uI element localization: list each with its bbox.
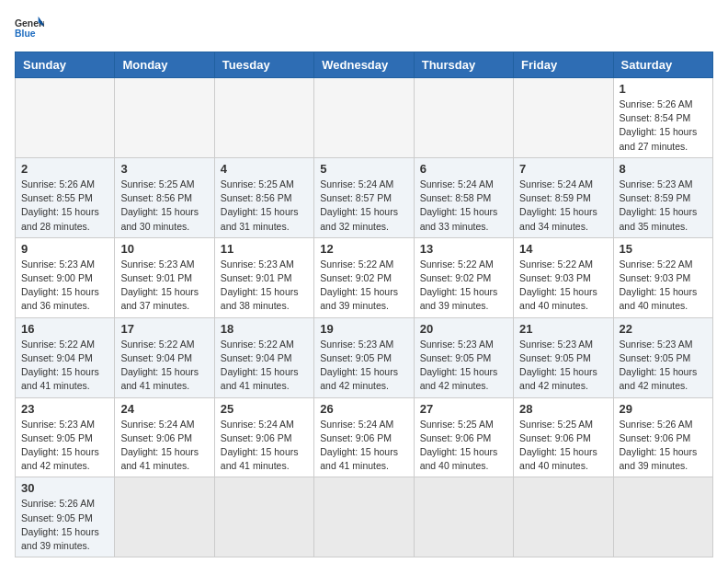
calendar-day-cell xyxy=(314,477,414,557)
day-info: Sunrise: 5:25 AM Sunset: 9:06 PM Dayligh… xyxy=(519,418,607,474)
calendar-day-cell: 19Sunrise: 5:23 AM Sunset: 9:05 PM Dayli… xyxy=(314,317,414,397)
weekday-header-thursday: Thursday xyxy=(414,52,513,78)
calendar-day-cell xyxy=(613,477,712,557)
calendar-day-cell xyxy=(414,477,513,557)
calendar-day-cell: 10Sunrise: 5:23 AM Sunset: 9:01 PM Dayli… xyxy=(115,237,214,317)
day-info: Sunrise: 5:22 AM Sunset: 9:04 PM Dayligh… xyxy=(120,338,208,394)
day-info: Sunrise: 5:25 AM Sunset: 8:56 PM Dayligh… xyxy=(120,178,208,234)
day-info: Sunrise: 5:22 AM Sunset: 9:02 PM Dayligh… xyxy=(320,258,407,314)
day-number: 29 xyxy=(620,402,707,416)
day-info: Sunrise: 5:23 AM Sunset: 9:01 PM Dayligh… xyxy=(221,258,308,314)
day-info: Sunrise: 5:22 AM Sunset: 9:04 PM Dayligh… xyxy=(221,338,308,394)
calendar-day-cell: 16Sunrise: 5:22 AM Sunset: 9:04 PM Dayli… xyxy=(16,317,115,397)
day-info: Sunrise: 5:23 AM Sunset: 8:59 PM Dayligh… xyxy=(620,178,707,234)
day-number: 13 xyxy=(420,242,507,256)
calendar-day-cell: 14Sunrise: 5:22 AM Sunset: 9:03 PM Dayli… xyxy=(514,237,613,317)
calendar-week-row: 23Sunrise: 5:23 AM Sunset: 9:05 PM Dayli… xyxy=(16,397,713,477)
day-number: 28 xyxy=(519,402,607,416)
general-blue-logo-icon: General Blue xyxy=(15,15,44,40)
day-number: 3 xyxy=(120,162,208,176)
day-info: Sunrise: 5:25 AM Sunset: 8:56 PM Dayligh… xyxy=(221,178,308,234)
day-info: Sunrise: 5:26 AM Sunset: 8:55 PM Dayligh… xyxy=(21,178,108,234)
calendar-day-cell xyxy=(314,78,414,158)
calendar-day-cell xyxy=(115,477,214,557)
weekday-header-monday: Monday xyxy=(115,52,214,78)
day-info: Sunrise: 5:23 AM Sunset: 9:01 PM Dayligh… xyxy=(120,258,208,314)
day-info: Sunrise: 5:23 AM Sunset: 9:05 PM Dayligh… xyxy=(21,418,108,474)
calendar-day-cell: 20Sunrise: 5:23 AM Sunset: 9:05 PM Dayli… xyxy=(414,317,513,397)
weekday-header-sunday: Sunday xyxy=(16,52,115,78)
calendar-day-cell: 18Sunrise: 5:22 AM Sunset: 9:04 PM Dayli… xyxy=(214,317,313,397)
calendar-day-cell: 5Sunrise: 5:24 AM Sunset: 8:57 PM Daylig… xyxy=(314,157,414,237)
day-info: Sunrise: 5:24 AM Sunset: 9:06 PM Dayligh… xyxy=(320,418,407,474)
calendar-day-cell: 15Sunrise: 5:22 AM Sunset: 9:03 PM Dayli… xyxy=(613,237,712,317)
calendar-day-cell: 4Sunrise: 5:25 AM Sunset: 8:56 PM Daylig… xyxy=(214,157,313,237)
day-info: Sunrise: 5:24 AM Sunset: 8:59 PM Dayligh… xyxy=(519,178,607,234)
day-info: Sunrise: 5:22 AM Sunset: 9:02 PM Dayligh… xyxy=(420,258,507,314)
day-info: Sunrise: 5:23 AM Sunset: 9:00 PM Dayligh… xyxy=(21,258,108,314)
day-info: Sunrise: 5:23 AM Sunset: 9:05 PM Dayligh… xyxy=(519,338,607,394)
day-info: Sunrise: 5:23 AM Sunset: 9:05 PM Dayligh… xyxy=(620,338,707,394)
calendar-day-cell: 28Sunrise: 5:25 AM Sunset: 9:06 PM Dayli… xyxy=(514,397,613,477)
day-number: 18 xyxy=(221,322,308,336)
calendar-day-cell: 1Sunrise: 5:26 AM Sunset: 8:54 PM Daylig… xyxy=(613,78,712,158)
day-number: 30 xyxy=(21,481,108,495)
day-info: Sunrise: 5:24 AM Sunset: 8:57 PM Dayligh… xyxy=(320,178,407,234)
day-number: 14 xyxy=(519,242,607,256)
day-number: 6 xyxy=(420,162,507,176)
calendar-day-cell: 17Sunrise: 5:22 AM Sunset: 9:04 PM Dayli… xyxy=(115,317,214,397)
day-number: 17 xyxy=(120,322,208,336)
day-number: 23 xyxy=(21,402,108,416)
day-info: Sunrise: 5:22 AM Sunset: 9:03 PM Dayligh… xyxy=(519,258,607,314)
calendar-day-cell: 7Sunrise: 5:24 AM Sunset: 8:59 PM Daylig… xyxy=(514,157,613,237)
day-number: 2 xyxy=(21,162,108,176)
calendar-day-cell: 2Sunrise: 5:26 AM Sunset: 8:55 PM Daylig… xyxy=(16,157,115,237)
day-info: Sunrise: 5:24 AM Sunset: 9:06 PM Dayligh… xyxy=(120,418,208,474)
calendar-week-row: 2Sunrise: 5:26 AM Sunset: 8:55 PM Daylig… xyxy=(16,157,713,237)
weekday-header-friday: Friday xyxy=(514,52,613,78)
header: General Blue xyxy=(15,15,713,40)
day-number: 27 xyxy=(420,402,507,416)
calendar-day-cell xyxy=(414,78,513,158)
calendar-day-cell: 25Sunrise: 5:24 AM Sunset: 9:06 PM Dayli… xyxy=(214,397,313,477)
day-info: Sunrise: 5:25 AM Sunset: 9:06 PM Dayligh… xyxy=(420,418,507,474)
calendar-week-row: 30Sunrise: 5:26 AM Sunset: 9:05 PM Dayli… xyxy=(16,477,713,557)
day-number: 26 xyxy=(320,402,407,416)
calendar-day-cell: 8Sunrise: 5:23 AM Sunset: 8:59 PM Daylig… xyxy=(613,157,712,237)
weekday-header-tuesday: Tuesday xyxy=(214,52,313,78)
weekday-header-row: SundayMondayTuesdayWednesdayThursdayFrid… xyxy=(16,52,713,78)
day-number: 9 xyxy=(21,242,108,256)
weekday-header-wednesday: Wednesday xyxy=(314,52,414,78)
day-number: 24 xyxy=(120,402,208,416)
calendar-week-row: 16Sunrise: 5:22 AM Sunset: 9:04 PM Dayli… xyxy=(16,317,713,397)
calendar-day-cell: 30Sunrise: 5:26 AM Sunset: 9:05 PM Dayli… xyxy=(16,477,115,557)
calendar-day-cell: 13Sunrise: 5:22 AM Sunset: 9:02 PM Dayli… xyxy=(414,237,513,317)
calendar-day-cell: 23Sunrise: 5:23 AM Sunset: 9:05 PM Dayli… xyxy=(16,397,115,477)
day-number: 19 xyxy=(320,322,407,336)
day-info: Sunrise: 5:24 AM Sunset: 8:58 PM Dayligh… xyxy=(420,178,507,234)
weekday-header-saturday: Saturday xyxy=(613,52,712,78)
day-number: 16 xyxy=(21,322,108,336)
calendar-day-cell: 26Sunrise: 5:24 AM Sunset: 9:06 PM Dayli… xyxy=(314,397,414,477)
calendar-week-row: 9Sunrise: 5:23 AM Sunset: 9:00 PM Daylig… xyxy=(16,237,713,317)
day-info: Sunrise: 5:23 AM Sunset: 9:05 PM Dayligh… xyxy=(420,338,507,394)
calendar-day-cell: 9Sunrise: 5:23 AM Sunset: 9:00 PM Daylig… xyxy=(16,237,115,317)
day-number: 5 xyxy=(320,162,407,176)
day-info: Sunrise: 5:24 AM Sunset: 9:06 PM Dayligh… xyxy=(221,418,308,474)
calendar-day-cell: 29Sunrise: 5:26 AM Sunset: 9:06 PM Dayli… xyxy=(613,397,712,477)
day-number: 1 xyxy=(620,82,707,96)
calendar-day-cell: 11Sunrise: 5:23 AM Sunset: 9:01 PM Dayli… xyxy=(214,237,313,317)
day-info: Sunrise: 5:22 AM Sunset: 9:04 PM Dayligh… xyxy=(21,338,108,394)
calendar-day-cell xyxy=(514,477,613,557)
day-info: Sunrise: 5:26 AM Sunset: 9:06 PM Dayligh… xyxy=(620,418,707,474)
calendar-day-cell: 6Sunrise: 5:24 AM Sunset: 8:58 PM Daylig… xyxy=(414,157,513,237)
calendar-day-cell: 24Sunrise: 5:24 AM Sunset: 9:06 PM Dayli… xyxy=(115,397,214,477)
calendar-day-cell xyxy=(16,78,115,158)
svg-text:Blue: Blue xyxy=(15,29,36,39)
day-number: 15 xyxy=(620,242,707,256)
logo: General Blue xyxy=(15,15,44,40)
day-number: 7 xyxy=(519,162,607,176)
calendar-day-cell: 22Sunrise: 5:23 AM Sunset: 9:05 PM Dayli… xyxy=(613,317,712,397)
day-number: 10 xyxy=(120,242,208,256)
calendar-day-cell: 12Sunrise: 5:22 AM Sunset: 9:02 PM Dayli… xyxy=(314,237,414,317)
